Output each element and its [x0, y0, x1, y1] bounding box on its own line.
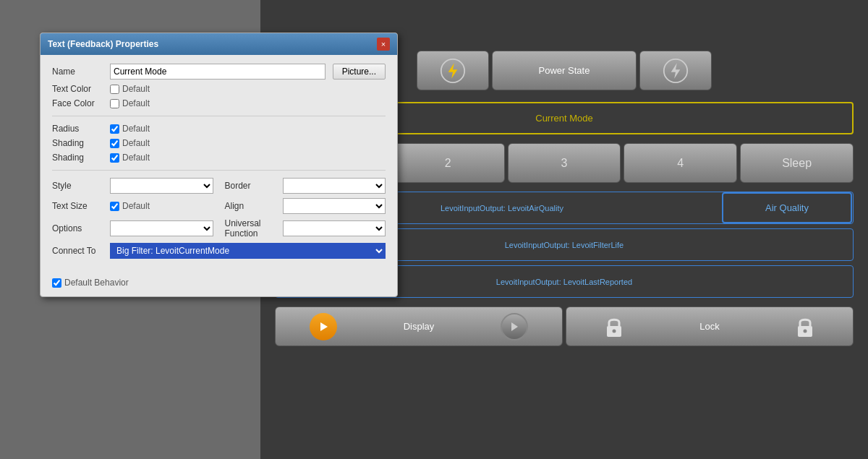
- play-inactive-btn[interactable]: [467, 307, 562, 346]
- radius-default: Default: [122, 124, 150, 134]
- shading1-label: Shading: [52, 138, 110, 148]
- svg-point-9: [804, 329, 807, 333]
- lock-icon-right-btn[interactable]: [757, 307, 853, 346]
- connect-to-select[interactable]: Big Filter: LevoitCurrentMode: [110, 243, 386, 259]
- shading2-label: Shading: [52, 153, 110, 163]
- textsize-align-row: Text Size Default Align: [52, 198, 386, 218]
- text-color-label: Text Color: [52, 84, 110, 94]
- power-bolt-left-btn[interactable]: [417, 51, 489, 90]
- connect-to-label: Connect To: [52, 246, 110, 256]
- dialog-title: Text (Feedback) Properties: [48, 39, 158, 49]
- svg-marker-3: [671, 63, 681, 79]
- face-color-default: Default: [122, 98, 150, 108]
- align-label: Align: [225, 201, 283, 211]
- radius-label: Radius: [52, 124, 110, 134]
- shading2-default: Default: [122, 153, 150, 163]
- style-row: Style: [52, 178, 213, 194]
- play-active-btn[interactable]: [276, 307, 371, 346]
- universal-label: Universal Function: [225, 218, 283, 239]
- display-group: Display: [275, 306, 563, 346]
- shading1-default: Default: [122, 138, 150, 148]
- border-label: Border: [225, 181, 283, 191]
- face-color-checkbox-row: Default: [110, 98, 150, 108]
- radius-row: Radius Default: [52, 124, 386, 134]
- lock-left-icon: [601, 314, 627, 340]
- options-universal-row: Options Universal Function: [52, 218, 386, 243]
- power-state-btn[interactable]: Power State: [492, 51, 637, 90]
- btn-3[interactable]: 3: [508, 143, 621, 183]
- lock-right-icon: [792, 314, 818, 340]
- name-label: Name: [52, 67, 110, 77]
- svg-point-7: [613, 329, 616, 333]
- options-select[interactable]: [110, 220, 213, 236]
- text-color-row: Text Color Default: [52, 84, 386, 94]
- shading2-row: Shading Default: [52, 153, 386, 163]
- btn-2[interactable]: 2: [391, 143, 505, 183]
- dialog-close-button[interactable]: ×: [377, 38, 390, 51]
- shading1-checkbox[interactable]: [110, 139, 119, 148]
- universal-row: Universal Function: [225, 218, 386, 239]
- style-border-row: Style Border: [52, 178, 386, 198]
- options-row: Options: [52, 218, 213, 239]
- display-label-btn[interactable]: Display: [371, 307, 467, 346]
- face-color-label: Face Color: [52, 98, 110, 108]
- dialog-body: Name Picture... Text Color Default Face …: [41, 55, 397, 272]
- shading2-checkbox-row: Default: [110, 153, 150, 163]
- default-behavior-checkbox[interactable]: [52, 278, 61, 288]
- picture-button[interactable]: Picture...: [333, 64, 386, 80]
- svg-marker-1: [448, 63, 458, 79]
- properties-dialog: Text (Feedback) Properties × Name Pictur…: [40, 33, 398, 297]
- lock-group: Lock: [566, 306, 854, 346]
- textsize-checkbox-row: Default: [110, 201, 150, 211]
- name-input[interactable]: [110, 64, 326, 80]
- text-color-checkbox-row: Default: [110, 84, 150, 94]
- name-row: Name Picture...: [52, 64, 386, 80]
- text-color-checkbox[interactable]: [110, 85, 119, 94]
- align-row: Align: [225, 198, 386, 214]
- text-color-default: Default: [122, 84, 150, 94]
- textsize-row: Text Size Default: [52, 198, 213, 214]
- shading1-checkbox-row: Default: [110, 138, 150, 148]
- border-select[interactable]: [283, 178, 386, 194]
- radius-checkbox-row: Default: [110, 124, 150, 134]
- dialog-footer: Default Behavior: [41, 272, 397, 296]
- connect-to-row: Connect To Big Filter: LevoitCurrentMode: [52, 243, 386, 259]
- svg-marker-4: [320, 322, 328, 331]
- play-active-icon: [310, 313, 337, 340]
- face-color-row: Face Color Default: [52, 98, 386, 108]
- universal-select[interactable]: [283, 220, 386, 236]
- bottom-buttons-row: Display: [260, 302, 868, 351]
- style-select[interactable]: [110, 178, 213, 194]
- shading1-row: Shading Default: [52, 138, 386, 148]
- default-behavior-label: Default Behavior: [64, 278, 129, 288]
- options-label: Options: [52, 223, 110, 233]
- dialog-titlebar: Text (Feedback) Properties ×: [41, 33, 397, 55]
- face-color-checkbox[interactable]: [110, 99, 119, 108]
- radius-checkbox[interactable]: [110, 124, 119, 134]
- separator-1: [52, 116, 386, 116]
- align-select[interactable]: [283, 198, 386, 214]
- separator-2: [52, 170, 386, 171]
- btn-sleep[interactable]: Sleep: [740, 143, 854, 183]
- textsize-label: Text Size: [52, 201, 110, 211]
- shading2-checkbox[interactable]: [110, 153, 119, 163]
- style-label: Style: [52, 181, 110, 191]
- air-quality-value-box[interactable]: Air Quality: [722, 192, 852, 223]
- border-row: Border: [225, 178, 386, 194]
- play-inactive-icon: [501, 313, 528, 340]
- textsize-checkbox[interactable]: [110, 202, 119, 211]
- lock-label-btn[interactable]: Lock: [662, 307, 757, 346]
- btn-4[interactable]: 4: [624, 143, 737, 183]
- svg-marker-5: [511, 322, 518, 331]
- lock-icon-left-btn[interactable]: [566, 307, 662, 346]
- power-bolt-right-btn[interactable]: [639, 51, 712, 90]
- textsize-default: Default: [122, 201, 150, 211]
- default-behavior-row: Default Behavior: [52, 278, 129, 288]
